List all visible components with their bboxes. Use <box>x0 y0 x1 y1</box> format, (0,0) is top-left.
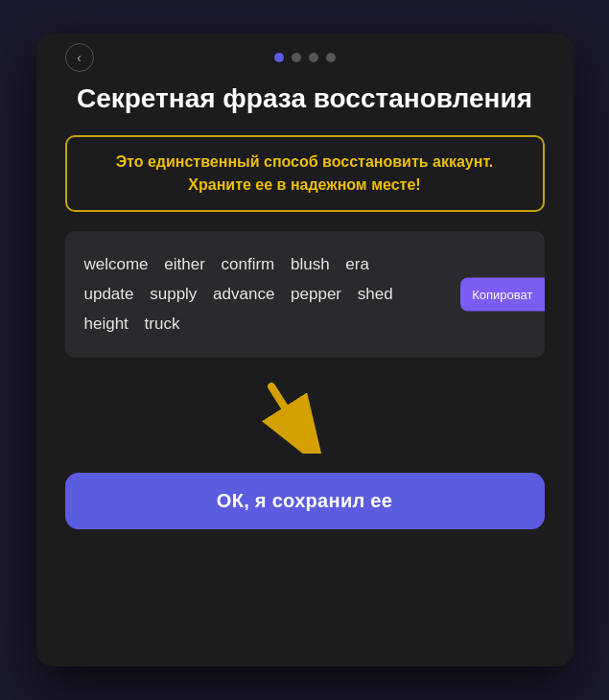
warning-text: Это единственный способ восстановить акк… <box>84 151 526 197</box>
dot-2 <box>292 53 301 62</box>
arrow-container <box>65 377 545 454</box>
pagination-dots <box>274 53 336 62</box>
modal-container: ‹ Секретная фраза восстановления Это еди… <box>36 34 574 666</box>
page-title: Секретная фраза восстановления <box>77 82 532 116</box>
back-button[interactable]: ‹ <box>65 43 94 72</box>
arrow-down-icon <box>243 377 339 454</box>
ok-button[interactable]: ОК, я сохранил ее <box>65 473 545 529</box>
phrase-box: welcome either confirm blush era update … <box>65 231 545 358</box>
warning-box: Это единственный способ восстановить акк… <box>65 135 545 212</box>
back-icon: ‹ <box>77 50 82 65</box>
dot-1 <box>274 53 284 62</box>
copy-button[interactable]: Копироват <box>460 278 544 312</box>
dot-4 <box>326 53 336 62</box>
dot-3 <box>309 53 318 62</box>
svg-line-1 <box>271 386 305 439</box>
top-bar: ‹ <box>65 53 545 62</box>
phrase-words: welcome either confirm blush era update … <box>84 250 526 338</box>
